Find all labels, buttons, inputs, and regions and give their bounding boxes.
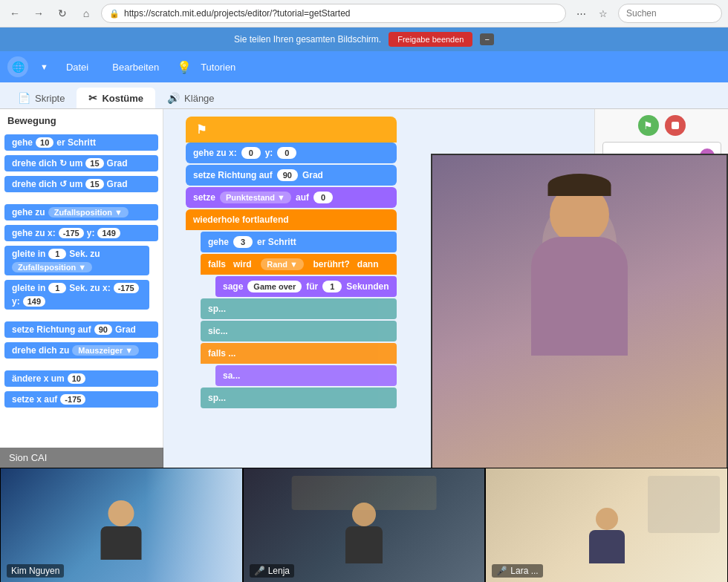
url-text: https://scratch.mit.edu/projects/editor/… (124, 8, 558, 19)
sion-name: Sion CAI (9, 452, 47, 463)
tab-klange-label: Klänge (184, 93, 214, 104)
screen-share-message: Sie teilen Ihren gesamten Bildschirm. (234, 34, 381, 45)
code-if[interactable]: falls wird Rand ▼ berührt? dann (201, 254, 397, 275)
kim-bg-right (146, 468, 242, 582)
block-aendere-x[interactable]: ändere x um 10 (4, 370, 158, 387)
scratch-toolbar: 🌐 ▼ Datei Bearbeiten 💡 Tutorien (0, 51, 728, 82)
minimize-button[interactable]: − (480, 33, 493, 45)
block-setze-richtung[interactable]: setze Richtung auf 90 Grad (4, 321, 158, 338)
hat-block[interactable]: ⚑ (186, 117, 397, 143)
bookmark-button[interactable]: ☆ (594, 4, 612, 22)
code-sp1[interactable]: sp... (201, 298, 397, 319)
video-tile-lenja: 🎤 Lenja (243, 468, 486, 582)
hair-shape (548, 174, 611, 196)
stop-share-button[interactable]: Freigabe beenden (389, 32, 472, 47)
tab-kostume[interactable]: ✂ Kostüme (77, 88, 155, 108)
kim-body (101, 526, 142, 560)
code-setpts[interactable]: setze Punktestand ▼ auf 0 (186, 187, 397, 208)
hat-icon: ⚑ (196, 122, 207, 137)
back-button[interactable]: ← (6, 4, 24, 22)
code-falls2[interactable]: falls ... (201, 343, 397, 364)
block-drehe-links[interactable]: drehe dich ↺ um 15 Grad (4, 176, 158, 192)
if2-body: sa... (201, 365, 397, 386)
code-sp2[interactable]: sp... (201, 388, 397, 408)
red-stop-button[interactable] (665, 115, 686, 136)
svg-rect-0 (672, 122, 679, 129)
scratch-tabs: 📄 Skripte ✂ Kostüme 🔊 Klänge (0, 82, 728, 109)
scratch-globe[interactable]: 🌐 (7, 56, 28, 77)
code-say[interactable]: sage Game over für 1 Sekunden (215, 276, 397, 297)
screen-share-bar: Sie teilen Ihren gesamten Bildschirm. Fr… (0, 27, 728, 51)
block-setze-x[interactable]: setze x auf -175 (4, 391, 158, 408)
video-tile-kim: Kim Nguyen (0, 468, 243, 582)
lightbulb-icon: 💡 (177, 60, 192, 74)
block-gehe-zu[interactable]: gehe zu Zufallsposition ▼ (4, 204, 158, 220)
block-gehe-schritt[interactable]: gehe 10 er Schritt (4, 134, 158, 151)
forever-body: gehe 3 er Schritt falls wird Rand ▼ berü… (186, 232, 397, 410)
lara-mic-icon: 🎤 (496, 566, 507, 576)
menu-tutorien[interactable]: Tutorien (195, 59, 241, 76)
browser-toolbar: ← → ↻ ⌂ 🔒 https://scratch.mit.edu/projec… (0, 0, 728, 27)
code-si1[interactable]: sic... (201, 321, 397, 341)
stage-controls: ⚑ (638, 115, 686, 136)
category-bewegung: Bewegung (0, 109, 163, 132)
browser-icons: ⋯ ☆ (572, 4, 612, 22)
code-forever[interactable]: wiederhole fortlaufend (186, 209, 397, 230)
lara-room-detail (648, 476, 720, 533)
kostume-icon: ✂ (88, 92, 97, 104)
lara-head (596, 508, 618, 530)
refresh-button[interactable]: ↻ (53, 4, 71, 22)
kim-head (108, 500, 134, 526)
lenja-name: Lenja (268, 566, 290, 576)
code-sa2[interactable]: sa... (215, 365, 397, 386)
menu-bearbeiten[interactable]: Bearbeiten (106, 59, 165, 76)
lenja-name-label: 🎤 Lenja (250, 564, 294, 578)
extensions-button[interactable]: ⋯ (572, 4, 590, 22)
lara-name-label: 🎤 Lara ... (492, 564, 542, 578)
tab-skripte-label: Skripte (35, 93, 65, 104)
lenja-body (345, 526, 383, 563)
video-tile-lara: 🎤 Lara ... (485, 468, 728, 582)
if-body: sage Game over für 1 Sekunden (201, 276, 397, 297)
skripte-icon: 📄 (18, 92, 30, 104)
code-move[interactable]: gehe 3 er Schritt (201, 232, 397, 252)
app-area: 🌐 ▼ Datei Bearbeiten 💡 Tutorien 📄 Skript… (0, 51, 728, 582)
code-goto-xy[interactable]: gehe zu x: 0 y: 0 (186, 143, 397, 163)
lenja-mic-icon: 🎤 (254, 566, 265, 576)
green-flag-button[interactable]: ⚑ (638, 115, 659, 136)
tutorien-container: 💡 Tutorien (177, 59, 241, 76)
tab-klange[interactable]: 🔊 Klänge (155, 88, 226, 108)
block-gleite-xy[interactable]: gleite in 1 Sek. zu x: -175 y: 149 (4, 280, 149, 310)
globe-dropdown: ▼ (40, 62, 48, 71)
lenja-figure (345, 503, 383, 563)
lara-name: Lara ... (510, 566, 538, 576)
lock-icon: 🔒 (109, 9, 120, 19)
lenja-room-detail (292, 476, 437, 510)
code-setdir[interactable]: setze Richtung auf 90 Grad (186, 165, 397, 186)
klange-icon: 🔊 (167, 92, 180, 104)
kim-figure (101, 500, 142, 560)
block-drehe-zu[interactable]: drehe dich zu Mauszeiger ▼ (4, 342, 158, 359)
forward-button[interactable]: → (30, 4, 48, 22)
scratch-main: Bewegung gehe 10 er Schritt drehe dich ↻… (0, 109, 728, 582)
block-input-10[interactable]: 10 (36, 137, 53, 148)
search-input[interactable] (618, 4, 722, 23)
home-button[interactable]: ⌂ (77, 4, 95, 22)
kim-name: Kim Nguyen (11, 566, 59, 576)
stop-icon (670, 120, 680, 131)
address-bar[interactable]: 🔒 https://scratch.mit.edu/projects/edito… (101, 4, 566, 23)
tab-kostume-label: Kostüme (102, 93, 143, 104)
body-shape (531, 237, 628, 356)
block-gleite-zu[interactable]: gleite in 1 Sek. zu Zufallsposition ▼ (4, 246, 149, 275)
browser-chrome: ← → ↻ ⌂ 🔒 https://scratch.mit.edu/projec… (0, 0, 728, 27)
lara-figure (589, 508, 625, 563)
block-drehe-rechts[interactable]: drehe dich ↻ um 15 Grad (4, 155, 158, 171)
block-gehe-zu-xy[interactable]: gehe zu x: -175 y: 149 (4, 225, 158, 241)
kim-name-label: Kim Nguyen (7, 564, 64, 578)
tab-skripte[interactable]: 📄 Skripte (6, 88, 77, 108)
video-tiles-container: Kim Nguyen 🎤 Lenja (0, 468, 728, 582)
sion-overlay: Sion CAI (0, 448, 163, 468)
menu-datei[interactable]: Datei (60, 59, 94, 76)
lara-body (589, 530, 625, 563)
blocks-stack: ⚑ gehe zu x: 0 y: 0 setze Richtung auf 9… (186, 117, 397, 410)
